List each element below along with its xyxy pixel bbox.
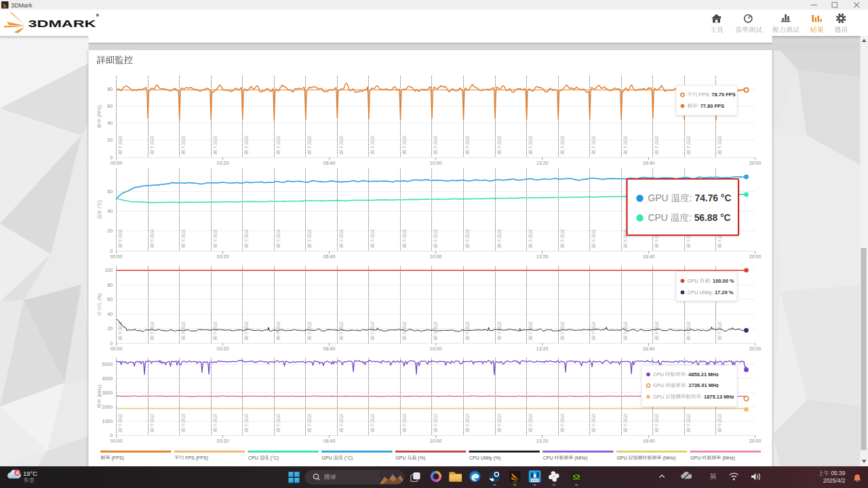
svg-text:00:00: 00:00 [111, 254, 123, 259]
svg-text:05:39: 05:39 [829, 470, 846, 476]
svg-text:3DMARK: 3DMARK [28, 18, 97, 29]
svg-text:CPU Utility (%): CPU Utility (%) [469, 455, 501, 461]
svg-text:40: 40 [107, 121, 113, 125]
svg-text:100: 100 [104, 268, 113, 272]
svg-text:74.76 °C: 74.76 °C [695, 193, 732, 203]
svg-text:19°C: 19°C [23, 470, 37, 477]
svg-text:77.80 FPS: 77.80 FPS [701, 103, 724, 109]
svg-text:13:20: 13:20 [536, 439, 549, 443]
svg-text:100.00 %: 100.00 % [713, 278, 734, 284]
svg-text:00:00: 00:00 [111, 346, 123, 351]
svg-text:(FPS): (FPS) [97, 105, 102, 119]
svg-text:20:00: 20:00 [749, 161, 762, 165]
svg-text:GPU: GPU [322, 455, 334, 460]
svg-text:(%): (%) [97, 293, 102, 302]
svg-text:2000: 2000 [102, 405, 113, 409]
svg-text:20: 20 [107, 326, 113, 331]
svg-text:GPU: GPU [395, 455, 407, 460]
svg-text:5000: 5000 [102, 362, 113, 367]
svg-text:10:00: 10:00 [430, 161, 442, 165]
svg-text:CPU: CPU [648, 213, 671, 223]
svg-text:00:00: 00:00 [111, 439, 123, 443]
svg-text:4853.21 MHz: 4853.21 MHz [688, 371, 719, 378]
svg-text:GPU: GPU [653, 394, 665, 400]
svg-text:80: 80 [107, 87, 113, 92]
svg-text:FPS (FPS): FPS (FPS) [184, 455, 208, 461]
svg-text:13:20: 13:20 [536, 161, 549, 165]
svg-text:1875.13 MHz: 1875.13 MHz [704, 394, 734, 400]
svg-text:20: 20 [107, 228, 113, 233]
svg-text:20:00: 20:00 [749, 439, 762, 443]
svg-text:03:20: 03:20 [217, 439, 229, 443]
svg-text:20:00: 20:00 [749, 254, 762, 259]
svg-text:06:40: 06:40 [323, 346, 336, 351]
svg-text:GPU: GPU [688, 278, 700, 284]
svg-text:2736.91 MHz: 2736.91 MHz [689, 382, 719, 388]
svg-text:60: 60 [107, 297, 113, 302]
svg-text:0: 0 [110, 155, 113, 160]
svg-text:13:20: 13:20 [536, 254, 549, 259]
svg-text:0: 0 [110, 341, 113, 346]
svg-text:20:00: 20:00 [749, 346, 762, 351]
svg-text:60: 60 [107, 104, 113, 108]
svg-text:00:00: 00:00 [111, 161, 123, 165]
svg-text:(MHz): (MHz) [721, 455, 735, 461]
svg-text:CPU: CPU [543, 455, 555, 460]
svg-text:06:40: 06:40 [323, 161, 336, 165]
svg-text:60: 60 [107, 189, 113, 194]
svg-text:17.29 %: 17.29 % [715, 289, 734, 296]
svg-text:16:40: 16:40 [643, 346, 655, 351]
svg-text:16:40: 16:40 [643, 161, 655, 165]
svg-text:(°C): (°C) [269, 455, 279, 461]
svg-text:(MHz): (MHz) [662, 455, 676, 461]
svg-text:GPU: GPU [648, 193, 671, 203]
svg-text:40: 40 [107, 312, 113, 317]
svg-text:78.70 FPS: 78.70 FPS [711, 92, 735, 98]
svg-text:20: 20 [107, 138, 113, 142]
svg-text:(MHz): (MHz) [97, 385, 102, 399]
svg-text:(%): (%) [416, 455, 425, 461]
svg-text:56.88 °C: 56.88 °C [694, 213, 731, 223]
svg-text:80: 80 [107, 283, 113, 287]
svg-text:06:40: 06:40 [323, 254, 336, 259]
svg-text:GPU: GPU [690, 455, 702, 460]
svg-text:(°C): (°C) [343, 455, 353, 461]
svg-text:CPU: CPU [653, 371, 665, 378]
svg-text:16:40: 16:40 [643, 254, 655, 259]
svg-text:3000: 3000 [102, 390, 113, 395]
svg-text:03:20: 03:20 [217, 161, 229, 165]
svg-text:CPU Utility:: CPU Utility: [688, 289, 715, 296]
svg-text:(FPS): (FPS) [111, 455, 124, 461]
svg-text:4000: 4000 [102, 376, 113, 381]
svg-text:GPU: GPU [653, 382, 665, 388]
svg-text:FPS:: FPS: [698, 92, 712, 98]
svg-text:10:00: 10:00 [430, 346, 442, 351]
svg-text:10:00: 10:00 [430, 439, 442, 443]
svg-text:(MHz): (MHz) [573, 455, 587, 461]
svg-text:1000: 1000 [102, 419, 113, 424]
svg-text::: : [689, 213, 694, 223]
svg-text:06:40: 06:40 [323, 439, 336, 443]
svg-text:13:20: 13:20 [536, 346, 549, 351]
svg-text:40: 40 [107, 209, 113, 214]
svg-text:03:20: 03:20 [217, 254, 229, 259]
svg-text:CPU: CPU [248, 455, 260, 460]
svg-text:16:40: 16:40 [643, 439, 655, 443]
svg-text:03:20: 03:20 [217, 346, 229, 351]
svg-text:3DMark: 3DMark [11, 2, 33, 9]
svg-text:0: 0 [110, 249, 113, 253]
svg-text::: : [690, 193, 695, 203]
svg-text:(°C): (°C) [97, 200, 102, 209]
svg-text:2025/4/2: 2025/4/2 [823, 477, 846, 484]
svg-text:GPU: GPU [616, 455, 628, 460]
svg-text:0: 0 [110, 433, 113, 438]
svg-text:10:00: 10:00 [430, 254, 442, 259]
